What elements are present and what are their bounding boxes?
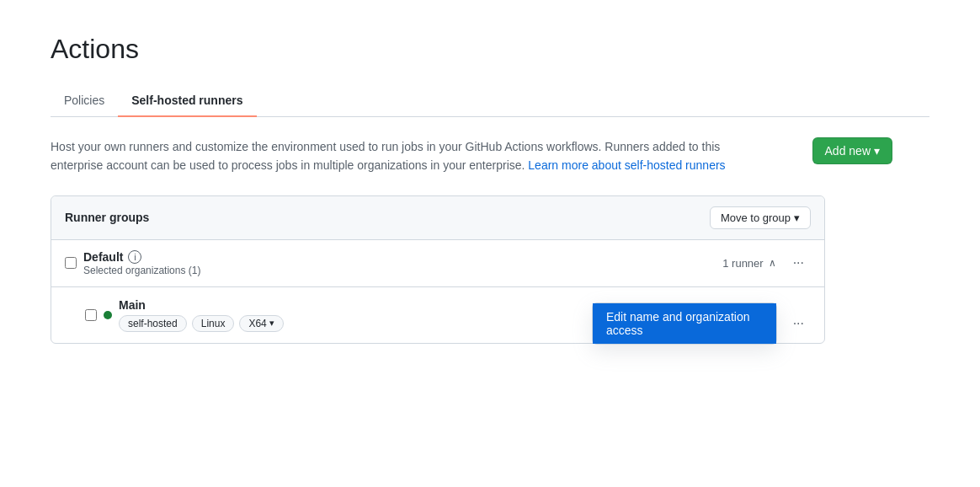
sub-runner-dots-button[interactable]: ··· [786, 313, 811, 334]
sub-runner-name: Main [119, 298, 284, 312]
description-text: Host your own runners and customize the … [51, 137, 741, 175]
sub-runner-left: Main self-hosted Linux X64 ▾ [85, 298, 284, 332]
tab-policies[interactable]: Policies [51, 85, 118, 117]
add-new-button[interactable]: Add new ▾ [812, 137, 892, 164]
info-icon[interactable]: i [128, 250, 141, 264]
status-dot-online [104, 311, 112, 319]
runner-group-row-default: Default i Selected organizations (1) 1 r… [51, 240, 824, 287]
runner-checkbox-main[interactable] [85, 309, 97, 321]
runner-group-name: Default [83, 250, 123, 264]
runner-group-info: Default i Selected organizations (1) [83, 250, 200, 276]
page-title: Actions [51, 34, 929, 65]
runner-groups-title: Runner groups [65, 211, 149, 224]
runner-group-right: 1 runner ∧ ··· [722, 252, 811, 274]
chevron-up-icon: ∧ [769, 257, 776, 269]
runner-group-checkbox[interactable] [65, 257, 77, 269]
tag-x64[interactable]: X64 ▾ [239, 315, 283, 332]
move-to-group-button[interactable]: Move to group ▾ [710, 206, 811, 229]
tag-linux: Linux [192, 315, 235, 332]
context-menu: Edit name and organization access [592, 302, 777, 345]
edit-name-org-access-item[interactable]: Edit name and organization access [593, 303, 776, 344]
chevron-down-icon: ▾ [269, 318, 274, 329]
tag-self-hosted: self-hosted [119, 315, 187, 332]
learn-more-link[interactable]: Learn more about self-hosted runners [528, 158, 725, 172]
sub-runner-right: Edit name and organization access ··· [786, 296, 811, 334]
tabs-nav: Policies Self-hosted runners [51, 85, 929, 117]
description-area: Host your own runners and customize the … [51, 137, 892, 175]
runner-group-dots-button[interactable]: ··· [786, 252, 811, 274]
runner-group-sublabel: Selected organizations (1) [83, 265, 200, 276]
runner-count: 1 runner ∧ [722, 257, 775, 270]
chevron-down-icon: ▾ [794, 211, 800, 224]
chevron-down-icon: ▾ [874, 144, 880, 158]
sub-runner-info: Main self-hosted Linux X64 ▾ [119, 298, 284, 332]
sub-runner-row-main: Main self-hosted Linux X64 ▾ Edit name a… [51, 287, 824, 343]
runner-group-left: Default i Selected organizations (1) [65, 250, 200, 276]
runner-groups-box: Runner groups Move to group ▾ Default i … [51, 195, 825, 344]
tags-area: self-hosted Linux X64 ▾ [119, 315, 284, 332]
tab-self-hosted-runners[interactable]: Self-hosted runners [118, 85, 256, 117]
runner-groups-header: Runner groups Move to group ▾ [51, 196, 824, 240]
